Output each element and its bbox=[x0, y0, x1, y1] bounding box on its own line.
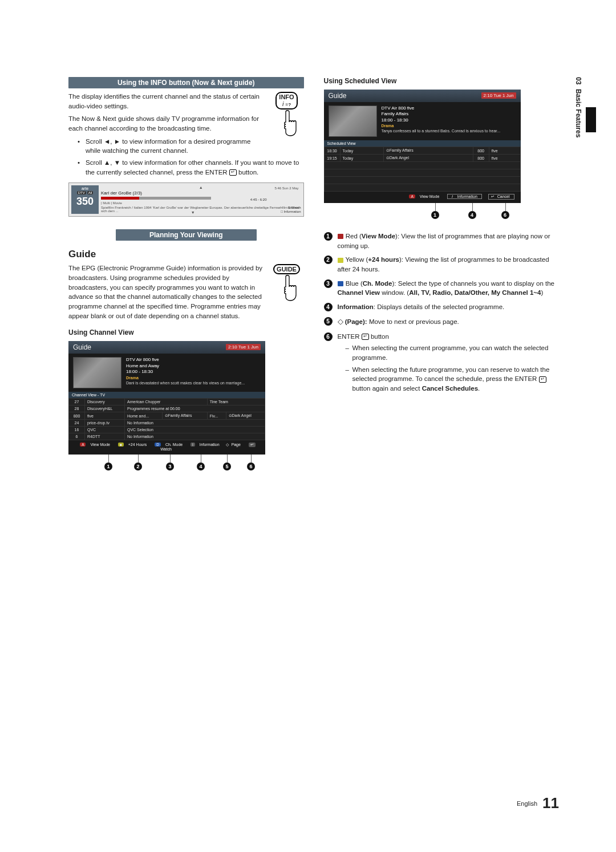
chapter-label: Basic Features bbox=[574, 87, 582, 137]
channel-view-panel: Guide 2:10 Tue 1 Jun DTV Air 800 five Ho… bbox=[68, 341, 265, 455]
cv-programme: Home and Away bbox=[126, 363, 261, 369]
guide-key-list: 1 Red (View Mode): View the list of prog… bbox=[324, 232, 560, 393]
cv-clock: 2:10 Tue 1 Jun bbox=[226, 344, 261, 350]
panel-tag-watch: E Watch bbox=[281, 206, 301, 210]
sv-genre: Drama bbox=[382, 123, 516, 128]
sv-programme: Family Affairs bbox=[382, 111, 516, 117]
info-bullet-2: Scroll ▲, ▼ to view information for othe… bbox=[80, 158, 304, 177]
enter-icon: ↵ bbox=[362, 334, 369, 340]
panel-tag-info: □ Information bbox=[281, 210, 301, 214]
sv-clock: 2:10 Tue 1 Jun bbox=[481, 92, 516, 99]
sv-footer: A View Mode i Information ↵ Cancel bbox=[324, 192, 521, 200]
side-black-marker bbox=[586, 107, 596, 132]
panel-channel-number: 350 bbox=[71, 196, 99, 208]
panel-clock: 5:46 Sun 2 May bbox=[274, 186, 298, 190]
using-channel-view-heading: Using Channel View bbox=[68, 328, 304, 336]
guide-heading: Guide bbox=[68, 249, 304, 260]
sv-table: 18:30Today⊙Family Affairs800five 19:15To… bbox=[324, 147, 521, 192]
enter-icon: ↵ bbox=[229, 169, 237, 176]
info-button-label: INFO i ≡? bbox=[275, 92, 297, 109]
key-2: 2 Yellow (+24 hours): Viewing the list o… bbox=[324, 255, 560, 274]
enter-icon: ↵ bbox=[539, 376, 546, 383]
sv-time: 18:00 - 18:30 bbox=[382, 117, 516, 123]
guide-desc: The EPG (Electronic Programme Guide) inf… bbox=[68, 263, 304, 320]
panel-tag-all: All bbox=[87, 191, 94, 194]
key-6-sub1: When selecting the current programme, yo… bbox=[347, 343, 560, 362]
scheduled-view-panel: Guide 2:10 Tue 1 Jun DTV Air 800 five Fa… bbox=[324, 90, 521, 203]
sv-channel: DTV Air 800 five bbox=[382, 106, 516, 111]
cv-table: 27DiscoveryAmerican ChopperTine Team 28D… bbox=[68, 398, 265, 440]
key-6: 6 ENTER ↵ button When selecting the curr… bbox=[324, 332, 560, 393]
hand-icon bbox=[275, 274, 298, 302]
cv-time: 18:00 - 18:30 bbox=[126, 369, 261, 375]
hand-icon bbox=[275, 109, 298, 137]
key-1: 1 Red (View Mode): View the list of prog… bbox=[324, 232, 560, 250]
cv-genre: Drama bbox=[126, 375, 261, 380]
cv-subheader: Channel View - TV bbox=[68, 392, 265, 398]
sv-subheader: Scheduled View bbox=[324, 140, 521, 147]
panel-time: 4:45 - 6:20 bbox=[250, 198, 267, 201]
key-5: 5 ◇ (Page): Move to next or previous pag… bbox=[324, 317, 560, 327]
cv-footer: A View Mode ■ +24 Hours D Ch. Mode i Inf… bbox=[68, 440, 265, 451]
sv-thumbnail bbox=[329, 106, 377, 137]
key-6-sub2: When selecting the future programme, you… bbox=[347, 365, 560, 393]
sv-synopsis: Tanya confesses all to a stunned Babs. C… bbox=[382, 128, 516, 133]
panel-channel-name: arte bbox=[71, 186, 99, 190]
cv-callouts: 1 2 3 4 5 6 bbox=[68, 455, 304, 477]
key-4: 4 Information: Displays details of the s… bbox=[324, 302, 560, 312]
guide-button-label: GUIDE bbox=[273, 264, 300, 274]
section-title-planning: Planning Your Viewing bbox=[116, 229, 257, 241]
section-title-info: Using the INFO button (Now & Next guide) bbox=[68, 77, 304, 88]
cv-thumbnail bbox=[73, 357, 121, 388]
yellow-key-icon bbox=[338, 258, 343, 263]
chapter-number: 03 bbox=[574, 77, 582, 87]
info-bullet-1: Scroll ◄, ► to view information for a de… bbox=[80, 137, 304, 156]
info-desc-1: The display identifies the current chann… bbox=[68, 92, 304, 111]
red-key-icon bbox=[338, 234, 343, 239]
using-scheduled-view-heading: Using Scheduled View bbox=[324, 77, 560, 85]
info-desc-2: The Now & Next guide shows daily TV prog… bbox=[68, 114, 304, 133]
key-3: 3 Blue (Ch. Mode): Select the type of ch… bbox=[324, 279, 560, 298]
footer-page-number: 11 bbox=[542, 794, 559, 812]
panel-prog-title: Karl der GroBe (2/3) bbox=[101, 190, 301, 196]
panel-tag-dtv: DTV bbox=[77, 191, 86, 194]
blue-key-icon bbox=[338, 281, 343, 286]
panel-meta: | Multi | Movie bbox=[101, 201, 122, 205]
sv-title: Guide bbox=[329, 92, 347, 100]
page-footer: English 11 bbox=[517, 794, 559, 812]
now-next-info-panel: arte DTV All 350 ▲ 5:46 Sun 2 May Karl d… bbox=[68, 182, 304, 217]
side-tab: 03 Basic Features bbox=[574, 77, 585, 138]
footer-lang: English bbox=[517, 800, 537, 807]
cv-synopsis: Dani is devastated when scott makes clea… bbox=[126, 380, 261, 386]
panel-desc: Spielfilm Frankreich / Italien 1994 'Kar… bbox=[101, 206, 301, 213]
info-button-illustration: INFO i ≡? bbox=[270, 92, 304, 137]
guide-button-illustration: GUIDE bbox=[270, 263, 304, 302]
cv-channel: DTV Air 800 five bbox=[126, 357, 261, 363]
cv-title: Guide bbox=[73, 343, 91, 351]
sv-callouts: 1 4 6 bbox=[324, 203, 560, 226]
